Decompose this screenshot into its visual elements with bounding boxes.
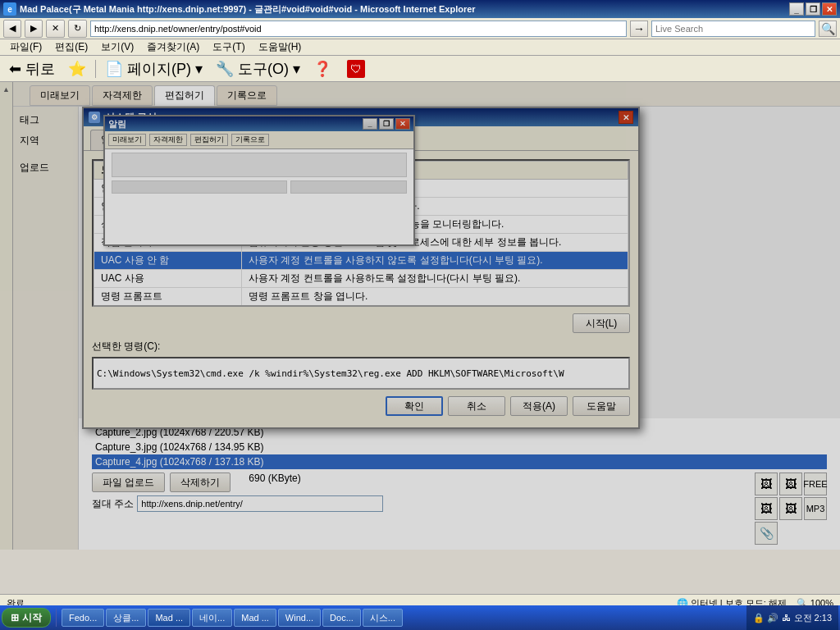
bg-tab-1[interactable]: 자격제한 <box>149 134 187 146</box>
taskbar-item-6[interactable]: Doc... <box>322 609 361 627</box>
webpage-sidebar: 태그 지역 업로드 <box>13 107 79 550</box>
system-tray: 🔒 🔊 🖧 오전 2:13 <box>746 605 838 630</box>
bg-tab-0[interactable]: 미래보기 <box>108 134 146 146</box>
window-title-bar: e Mad Palace(구 Metal Mania http://xens.d… <box>0 0 840 18</box>
taskbar-item-1[interactable]: 상클... <box>106 609 146 627</box>
clock: 오전 2:13 <box>794 612 832 624</box>
search-input[interactable] <box>651 21 815 37</box>
web-tab-1[interactable]: 자격제한 <box>92 85 153 106</box>
cancel-button[interactable]: 취소 <box>448 396 505 416</box>
start-button-row: 시작(L) <box>92 313 630 333</box>
icon-btn-mp3[interactable]: MP3 <box>804 497 827 520</box>
stop-button[interactable]: ✕ <box>46 20 65 38</box>
taskbar-item-3[interactable]: 네이... <box>192 609 232 627</box>
tool-desc-cell: 사용자 계정 컨트롤을 사용하지 않도록 설정합니다(다시 부팅 필요). <box>242 252 628 270</box>
page-toolbar-button[interactable]: 📄 페이지(P) ▾ <box>99 58 208 80</box>
minimize-button[interactable]: _ <box>789 2 804 16</box>
bg-window-titlebar: 알림 _ ❐ ✕ <box>105 116 413 131</box>
web-tab-2[interactable]: 편집허기 <box>154 85 215 106</box>
file-item-2[interactable]: Capture_4.jpg (840x630 / 137.18 KB) <box>92 454 827 469</box>
favorites-toolbar-button[interactable]: ⭐ <box>62 58 92 80</box>
tray-icons: 🔒 🔊 🖧 <box>753 613 790 623</box>
menu-tools[interactable]: 도구(T) <box>206 39 251 55</box>
scroll-arrow-up[interactable]: ▲ <box>0 85 12 94</box>
security-icon: 🛡 <box>347 60 365 78</box>
start-button-taskbar[interactable]: ⊞ 시작 <box>2 608 51 628</box>
taskbar-item-7[interactable]: 시스... <box>363 609 403 627</box>
bg-content-col-2 <box>290 180 407 194</box>
bg-content-col-1 <box>112 180 287 194</box>
dialog-icon: ⚙ <box>89 112 100 123</box>
web-tab-3[interactable]: 기록으로 <box>217 85 277 106</box>
total-size-label: 690 (KByte) <box>249 472 300 492</box>
icon-btn-free[interactable]: FREE <box>804 472 827 495</box>
tool-table-row[interactable]: UAC 사용 안 함사용자 계정 컨트롤을 사용하지 않도록 설정합니다(다시 … <box>94 252 628 270</box>
web-tab-0[interactable]: 미래보기 <box>30 85 90 106</box>
tool-name-cell: UAC 사용 <box>94 270 242 288</box>
selected-cmd-display: C:\Windows\System32\cmd.exe /k %windir%\… <box>92 357 630 390</box>
bg-win-close[interactable]: ✕ <box>395 118 410 130</box>
dialog-buttons: 확인 취소 적용(A) 도움말 <box>92 396 630 416</box>
tools-toolbar-button[interactable]: 🔧 도구(O) ▾ <box>210 58 306 80</box>
bg-win-min[interactable]: _ <box>363 118 377 130</box>
refresh-button[interactable]: ↻ <box>68 20 87 38</box>
search-go-button[interactable]: 🔍 <box>819 21 837 37</box>
restore-button[interactable]: ❐ <box>806 2 820 16</box>
file-item-1[interactable]: Capture_3.jpg (840x630 / 134.95 KB) <box>92 440 827 454</box>
upload-controls: 파일 업로드 삭제하기 690 (KByte) 절대 주소 <box>92 472 827 545</box>
absolute-address-input[interactable] <box>137 495 383 512</box>
taskbar-item-5[interactable]: Wind... <box>278 609 321 627</box>
bg-win-max[interactable]: ❐ <box>379 118 394 130</box>
menu-view[interactable]: 보기(V) <box>94 39 140 55</box>
tag-label: 태그 <box>20 113 71 127</box>
taskbar-item-2[interactable]: Mad ... <box>148 609 190 627</box>
dialog-close-button[interactable]: ✕ <box>619 111 633 124</box>
bg-window-title: 알림 <box>108 118 126 130</box>
icon-button-grid: 🖼 🖼 FREE 🖼 🖼 MP3 📎 <box>755 472 827 545</box>
menu-file[interactable]: 파일(F) <box>3 39 48 55</box>
tool-name-cell: UAC 사용 안 함 <box>94 252 242 270</box>
file-delete-button[interactable]: 삭제하기 <box>170 472 231 492</box>
bg-window-content <box>105 149 413 244</box>
icon-btn-4[interactable]: 🖼 <box>779 497 802 520</box>
window-controls: _ ❐ ✕ <box>789 2 837 16</box>
forward-button[interactable]: ▶ <box>25 20 43 38</box>
menu-bar: 파일(F) 편집(E) 보기(V) 즐겨찾기(A) 도구(T) 도움말(H) <box>0 39 840 56</box>
ie-icon: e <box>3 2 16 16</box>
icon-btn-3[interactable]: 🖼 <box>755 497 778 520</box>
menu-help[interactable]: 도움말(H) <box>252 39 308 55</box>
help-button[interactable]: 도움말 <box>573 396 630 416</box>
icon-btn-2[interactable]: 🖼 <box>779 472 802 495</box>
start-button[interactable]: 시작(L) <box>573 313 630 333</box>
bg-mini-window: 알림 _ ❐ ✕ 미래보기 자격제한 편집허기 <box>103 115 415 246</box>
file-upload-button[interactable]: 파일 업로드 <box>92 472 165 492</box>
icon-btn-1[interactable]: 🖼 <box>755 472 778 495</box>
help-toolbar-button[interactable]: ❓ <box>308 58 337 80</box>
bg-tab-2[interactable]: 편집허기 <box>190 134 228 146</box>
tool-desc-cell: Windows 레지스트리를 변경합니다. <box>242 306 628 308</box>
toolbar: ⬅ 뒤로 ⭐ 📄 페이지(P) ▾ 🔧 도구(O) ▾ ❓ 🛡 <box>0 56 840 82</box>
toolbar-separator <box>95 60 96 78</box>
tool-table-row[interactable]: 명령 프롬프트명령 프롬프트 창을 엽니다. <box>94 288 628 306</box>
taskbar-sep <box>56 609 57 627</box>
tool-table-row[interactable]: 레지스트리 편집기Windows 레지스트리를 변경합니다. <box>94 306 628 308</box>
file-list-area: Capture_2.jpg (840x630 / 220.57 KB) Cap… <box>79 418 840 550</box>
apply-button[interactable]: 적용(A) <box>510 396 568 416</box>
tool-table-row[interactable]: UAC 사용사용자 계정 컨트롤을 사용하도록 설정합니다(다시 부팅 필요). <box>94 270 628 288</box>
bg-tab-3[interactable]: 기록으로 <box>231 134 269 146</box>
windows-logo: ⊞ <box>11 612 19 623</box>
taskbar-item-4[interactable]: Mad ... <box>234 609 276 627</box>
icon-btn-5[interactable]: 📎 <box>755 522 778 545</box>
address-input[interactable] <box>90 21 627 37</box>
ok-button[interactable]: 확인 <box>386 396 443 416</box>
selected-cmd-label: 선택한 명령(C): <box>92 340 630 354</box>
close-button[interactable]: ✕ <box>822 2 837 16</box>
region-label: 지역 <box>20 134 71 148</box>
back-toolbar-button[interactable]: ⬅ 뒤로 <box>3 58 61 80</box>
menu-edit[interactable]: 편집(E) <box>48 39 94 55</box>
bg-content-row-2 <box>112 180 407 194</box>
back-button[interactable]: ◀ <box>3 20 21 38</box>
menu-favorites[interactable]: 즐겨찾기(A) <box>140 39 206 55</box>
go-button[interactable]: → <box>630 21 648 37</box>
taskbar-item-0[interactable]: Fedo... <box>62 609 104 627</box>
